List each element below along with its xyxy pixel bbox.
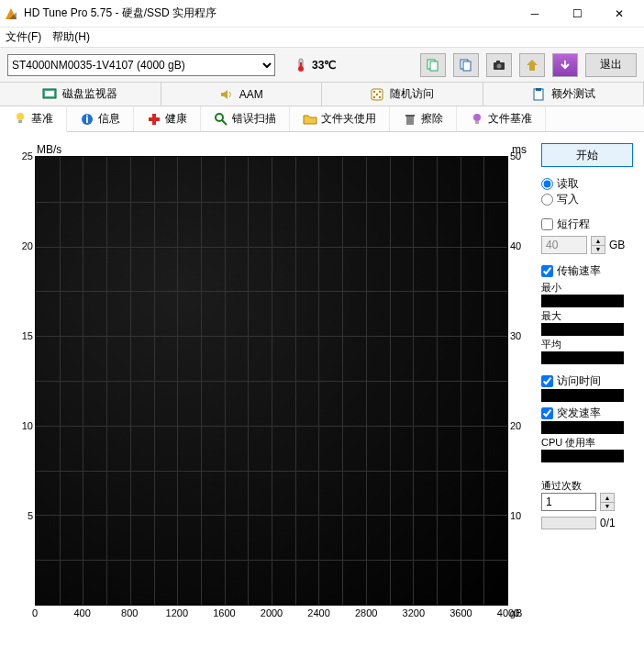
info-icon: i (80, 112, 94, 127)
temperature-display: 33℃ (294, 58, 336, 72)
tab-extra-tests[interactable]: 额外测试 (483, 83, 645, 106)
side-panel: 开始 读取 写入 短行程 ▲▼ GB 传输速率 最小 最大 平均 访问时间 突发… (541, 143, 633, 622)
titlebar: HD Tune Pro 5.75 - 硬盘/SSD 实用程序 ─ ☐ ✕ (0, 0, 644, 28)
thermometer-icon (294, 58, 308, 72)
copy-info-button[interactable] (420, 53, 446, 77)
y-axis-left-label: MB/s (37, 143, 61, 156)
chart-plot (35, 156, 508, 606)
label-max: 最大 (541, 309, 633, 323)
svg-point-8 (497, 63, 502, 68)
svg-point-13 (373, 90, 375, 92)
check-burst-rate[interactable]: 突发速率 (541, 406, 633, 421)
short-stroke-spinner: ▲▼ (591, 236, 605, 254)
bulb-icon (13, 111, 28, 126)
dice-icon (370, 87, 384, 102)
temperature-value: 33℃ (312, 59, 336, 72)
label-avg: 平均 (541, 338, 633, 351)
check-access-time[interactable]: 访问时间 (541, 373, 633, 389)
svg-rect-2 (300, 62, 302, 69)
radio-write[interactable]: 写入 (541, 192, 633, 207)
svg-point-14 (379, 90, 381, 92)
exit-button[interactable]: 退出 (585, 53, 637, 77)
tab-disk-monitor[interactable]: 磁盘监视器 (0, 83, 161, 106)
menubar: 文件(F) 帮助(H) (0, 28, 644, 48)
options-button[interactable] (552, 53, 578, 77)
value-min (541, 295, 624, 307)
label-min: 最小 (541, 281, 633, 295)
check-transfer-rate[interactable]: 传输速率 (541, 263, 633, 279)
label-cpu: CPU 使用率 (541, 436, 633, 450)
value-access-time (541, 389, 624, 402)
svg-text:i: i (85, 113, 88, 126)
tab-info[interactable]: i信息 (67, 106, 134, 131)
tab-benchmark[interactable]: 基准 (0, 106, 67, 132)
copy-screenshot-button[interactable] (453, 53, 479, 77)
gb-label: GB (609, 239, 625, 251)
value-cpu (541, 450, 624, 462)
svg-rect-6 (463, 61, 471, 71)
check-short-stroke[interactable]: 短行程 (541, 217, 633, 232)
maximize-button[interactable]: ☐ (556, 0, 598, 28)
value-avg (541, 351, 624, 364)
label-passes: 通过次数 (541, 479, 633, 493)
svg-rect-28 (406, 117, 414, 125)
svg-rect-9 (496, 61, 500, 63)
tab-row-primary: 基准 i信息 健康 错误扫描 文件夹使用 擦除 文件基准 (0, 106, 644, 132)
value-burst-rate (541, 421, 624, 434)
progress-text: 0/1 (600, 517, 616, 529)
svg-point-26 (216, 114, 223, 121)
health-icon (147, 112, 161, 127)
svg-rect-31 (475, 121, 479, 124)
screenshot-button[interactable] (486, 53, 512, 77)
svg-rect-11 (45, 91, 54, 96)
magnifier-icon (214, 112, 228, 127)
toolbar: ST4000NM0035-1V4107 (4000 gB) 33℃ 退出 (0, 48, 644, 83)
svg-point-16 (373, 95, 375, 97)
tab-random-access[interactable]: 随机访问 (322, 83, 483, 106)
y-axis-right: 1020304050 (508, 156, 530, 606)
chart-area: MB/s ms 510152025 1020304050 gB 04008001… (9, 143, 530, 622)
tab-aam[interactable]: AAM (161, 83, 323, 106)
svg-rect-25 (149, 117, 160, 121)
trash-icon (403, 112, 417, 127)
speaker-icon (219, 87, 234, 102)
menu-help[interactable]: 帮助(H) (52, 29, 90, 45)
progress-bar (541, 517, 596, 529)
tab-folder-usage[interactable]: 文件夹使用 (290, 106, 390, 131)
svg-point-17 (379, 95, 381, 97)
short-stroke-input (541, 236, 587, 254)
svg-point-30 (473, 114, 481, 121)
app-logo-icon (4, 6, 18, 21)
bulb-purple-icon (470, 112, 484, 127)
svg-rect-21 (18, 120, 22, 123)
start-button[interactable]: 开始 (541, 143, 633, 167)
menu-file[interactable]: 文件(F) (6, 29, 41, 45)
minimize-button[interactable]: ─ (514, 0, 556, 28)
svg-line-27 (222, 120, 227, 125)
passes-spinner[interactable]: ▲▼ (600, 493, 615, 511)
passes-input[interactable] (541, 493, 596, 511)
value-max (541, 323, 624, 336)
window-title: HD Tune Pro 5.75 - 硬盘/SSD 实用程序 (24, 6, 514, 21)
tab-error-scan[interactable]: 错误扫描 (201, 106, 290, 131)
save-button[interactable] (519, 53, 545, 77)
tab-row-secondary: 磁盘监视器 AAM 随机访问 额外测试 (0, 83, 644, 106)
radio-read[interactable]: 读取 (541, 176, 633, 192)
svg-rect-29 (405, 115, 415, 117)
svg-point-20 (17, 113, 24, 120)
close-button[interactable]: ✕ (598, 0, 640, 28)
y-axis-left: 510152025 (9, 156, 35, 606)
clipboard-icon (531, 87, 546, 102)
x-axis: gB 0400800120016002000240028003200360040… (35, 606, 508, 622)
svg-point-15 (376, 93, 378, 95)
tab-health[interactable]: 健康 (134, 106, 201, 131)
tab-erase[interactable]: 擦除 (390, 106, 457, 131)
svg-rect-19 (536, 88, 541, 91)
svg-rect-4 (430, 61, 438, 71)
monitor-icon (42, 87, 57, 102)
drive-select[interactable]: ST4000NM0035-1V4107 (4000 gB) (7, 54, 275, 76)
tab-file-benchmark[interactable]: 文件基准 (457, 106, 546, 131)
folder-icon (303, 112, 317, 127)
